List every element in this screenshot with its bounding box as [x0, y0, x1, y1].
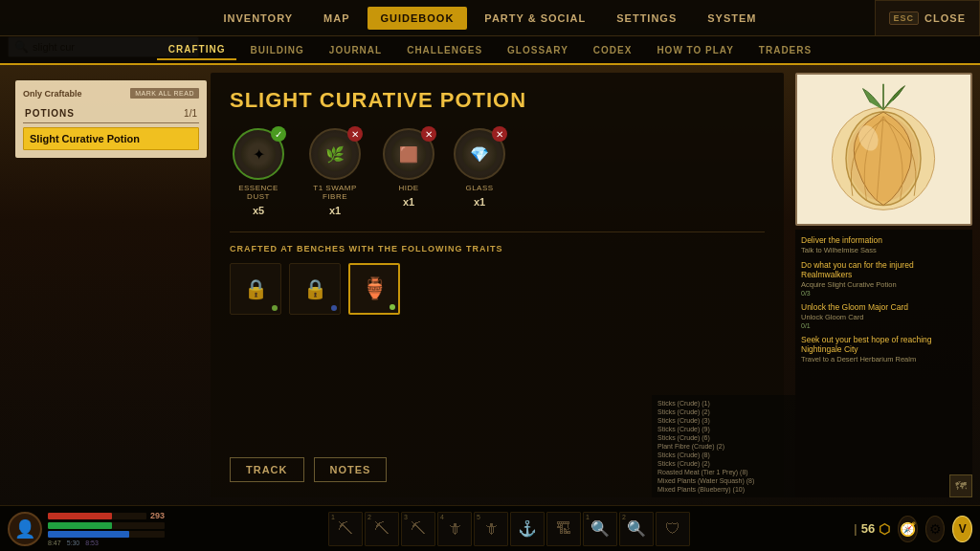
slot-5[interactable]: 5🗡 — [474, 512, 508, 546]
quest-item-4: Seek out your best hope of reaching Nigh… — [801, 335, 967, 364]
mini-map-button[interactable]: 🗺 — [949, 474, 972, 497]
nav-map[interactable]: MAP — [310, 7, 363, 30]
panel-header: Only Craftable MARK ALL READ — [23, 88, 199, 99]
ingredient-name-essence-dust: ESSENCE DUST — [230, 184, 287, 201]
subnav-crafting[interactable]: CRAFTING — [157, 40, 237, 60]
ingredient-qty-essence-dust: x5 — [253, 205, 264, 216]
slot-2[interactable]: 2⛏ — [365, 512, 399, 546]
hide-icon: 🟫 — [399, 145, 418, 164]
quest-title-4[interactable]: Seek out your best hope of reaching Nigh… — [801, 335, 967, 354]
nav-inventory[interactable]: INVENTORY — [210, 7, 306, 30]
nav-system[interactable]: SYSTEM — [694, 7, 769, 30]
quest-log: Deliver the information Talk to Wilhelmi… — [795, 230, 972, 497]
quest-sub-2: Acquire Slight Curative Potion — [801, 280, 967, 289]
bench-item-2[interactable]: 🔒 — [289, 263, 341, 315]
item-list-entry: Sticks (Crude) (3) — [657, 416, 790, 425]
hud-compass-button[interactable]: 🧭 — [898, 516, 918, 542]
quest-title-1[interactable]: Deliver the information — [801, 235, 967, 245]
quest-item-2: Do what you can for the injured Realmwal… — [801, 260, 967, 297]
ingredient-circle-hide: 🟫 ✕ — [383, 128, 434, 180]
slot-7[interactable]: 🏗 — [546, 512, 581, 546]
nav-settings[interactable]: SETTINGS — [603, 7, 690, 30]
nav-guidebook[interactable]: GUIDEBOOK — [368, 7, 468, 30]
slot-3[interactable]: 3⛏ — [401, 512, 435, 546]
slot-8[interactable]: 1🔍 — [583, 512, 617, 546]
bench-item-3[interactable]: 🏺 — [348, 263, 400, 315]
hud-slots: 1⛏ 2⛏ 3⛏ 4🗡 5🗡 ⚓ 🏗 1🔍 2🔍 🛡 — [172, 512, 846, 546]
map-icon: 🗺 — [955, 479, 967, 493]
item-list-entry: Sticks (Crude) (8) — [657, 451, 790, 459]
item-list-entry: Sticks (Crude) (1) — [657, 399, 790, 408]
crafted-at-label: CRAFTED AT BENCHES WITH THE FOLLOWING TR… — [230, 244, 765, 253]
track-button[interactable]: TRACK — [230, 457, 304, 482]
pipe-icon: | — [854, 521, 858, 536]
ingredient-qty-glass: x1 — [474, 196, 485, 208]
settings-icon: ⚙ — [929, 521, 942, 537]
quest-sub-3: Unlock Gloom Card — [801, 313, 967, 321]
nav-party-social[interactable]: PARTY & SOCIAL — [471, 7, 599, 30]
hud-level-button[interactable]: V — [952, 516, 972, 542]
stamina-bar — [48, 522, 165, 529]
subnav-glossary[interactable]: GLOSSARY — [496, 41, 580, 59]
quest-title-3[interactable]: Unlock the Gloom Major Card — [801, 302, 967, 312]
ingredient-qty-swamp-fibre: x1 — [329, 205, 341, 216]
stat-value-2: 5:30 — [67, 540, 80, 546]
health-bar-fill — [48, 513, 112, 519]
subnav-how-to-play[interactable]: HOW TO PLAY — [645, 41, 745, 59]
red-badge: ✕ — [421, 126, 436, 142]
hud-settings-button[interactable]: ⚙ — [925, 516, 946, 542]
slot-6[interactable]: ⚓ — [510, 512, 545, 546]
avatar: 👤 — [8, 512, 42, 546]
item-list-entry: Mixed Plants (Water Squash) (8) — [657, 476, 790, 485]
lock-icon: 🔒 — [303, 277, 327, 300]
bench-item-1[interactable]: 🔒 — [230, 263, 281, 315]
quest-sub-1: Talk to Wilhelmise Sass — [801, 246, 967, 254]
item-list-entry: Sticks (Crude) (2) — [657, 408, 790, 416]
mark-all-read-button[interactable]: MARK ALL READ — [130, 88, 199, 99]
divider — [230, 231, 765, 232]
bottom-hud: 👤 293 8:47 5:30 8:53 1⛏ — [0, 505, 980, 551]
coin-icon: ⬡ — [879, 521, 890, 537]
quest-item-1: Deliver the information Talk to Wilhelmi… — [801, 235, 967, 254]
svg-point-3 — [848, 116, 919, 202]
coin-display: | 56 ⬡ — [854, 521, 890, 537]
slot-4[interactable]: 4🗡 — [437, 512, 472, 546]
close-button[interactable]: ESC CLOSE — [875, 0, 980, 36]
nav-items: INVENTORY MAP GUIDEBOOK PARTY & SOCIAL S… — [0, 7, 980, 30]
slot-1[interactable]: 1⛏ — [328, 512, 363, 546]
hud-right: | 56 ⬡ 🧭 ⚙ V — [846, 512, 980, 546]
ingredient-name-swamp-fibre: T1 SWAMP FIBRE — [306, 184, 364, 201]
item-list-entry: Roasted Meat (Tier 1 Prey) (8) — [657, 468, 790, 476]
stat-value-1: 8:47 — [48, 540, 61, 546]
item-list-entry: Plant Fibre (Crude) (2) — [657, 442, 790, 451]
slot-10[interactable]: 🛡 — [656, 512, 690, 546]
ingredient-hide: 🟫 ✕ HIDE x1 — [383, 128, 434, 208]
stat-value-3: 8:53 — [85, 540, 99, 546]
subnav-journal[interactable]: JOURNAL — [318, 41, 393, 59]
glass-icon: 💎 — [470, 145, 489, 164]
lock-icon: 🔒 — [244, 277, 268, 300]
item-list-entry: Mixed Plants (Blueberry) (10) — [657, 485, 790, 494]
ingredient-inner: 🌿 — [318, 137, 352, 171]
quest-title-2[interactable]: Do what you can for the injured Realmwal… — [801, 260, 967, 279]
hud-left: 👤 293 8:47 5:30 8:53 — [0, 507, 172, 550]
subnav-building[interactable]: BUILDING — [238, 41, 315, 59]
subnav-traders[interactable]: TRADERS — [747, 41, 823, 59]
ingredient-name-hide: HIDE — [398, 184, 418, 192]
ingredient-glass: 💎 ✕ GLASS x1 — [454, 128, 505, 208]
bench-dot-up — [390, 304, 395, 310]
notes-button[interactable]: NOTES — [314, 457, 388, 482]
only-craftable-label: Only Craftable — [23, 89, 82, 99]
ingredient-circle-essence-dust: ✦ ✓ — [233, 128, 284, 180]
quest-sub-4: Travel to a Desert Herbarium Realm — [801, 355, 967, 364]
bench-selected-icon: 🏺 — [362, 276, 388, 301]
ingredient-inner: 💎 — [462, 137, 497, 171]
subnav-challenges[interactable]: CHALLENGES — [395, 41, 494, 59]
bench-row: 🔒 🔒 🏺 — [230, 263, 765, 315]
item-list-entry: Sticks (Crude) (6) — [657, 433, 790, 442]
check-badge: ✓ — [271, 126, 286, 142]
stamina-bar-fill — [48, 522, 112, 529]
recipe-item-slight-curative-potion[interactable]: Slight Curative Potion — [23, 127, 199, 150]
slot-9[interactable]: 2🔍 — [619, 512, 654, 546]
subnav-codex[interactable]: CODEX — [582, 41, 644, 59]
